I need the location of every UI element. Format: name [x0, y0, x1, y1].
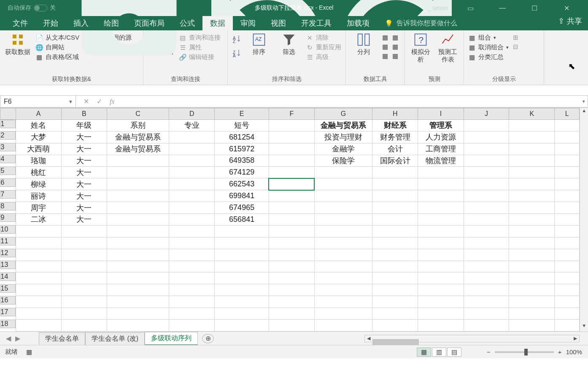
cell-H17[interactable]: [372, 308, 418, 320]
cell-G12[interactable]: [314, 249, 372, 261]
cell-L9[interactable]: [555, 213, 580, 225]
cell-H3[interactable]: 会计: [372, 143, 418, 155]
zoom-handle[interactable]: [524, 349, 528, 355]
cell-D2[interactable]: [169, 131, 215, 143]
cell-A5[interactable]: 桃红: [16, 167, 61, 178]
cell-H7[interactable]: [372, 190, 418, 202]
cell-H11[interactable]: [372, 237, 418, 249]
cell-I4[interactable]: 物流管理: [418, 155, 464, 167]
row-header-7[interactable]: 7: [0, 190, 16, 199]
col-header-B[interactable]: B: [61, 108, 107, 120]
scroll-up-icon[interactable]: ▲: [580, 108, 588, 116]
cell-I18[interactable]: [418, 320, 464, 331]
cell-H10[interactable]: [372, 225, 418, 237]
row-header-8[interactable]: 8: [0, 202, 16, 210]
cell-D14[interactable]: [169, 272, 215, 284]
cell-J7[interactable]: [464, 190, 509, 202]
cell-C3[interactable]: 金融与贸易系: [107, 143, 169, 155]
cell-I1[interactable]: 管理系: [418, 119, 464, 131]
col-header-J[interactable]: J: [464, 108, 509, 120]
new-sheet-button[interactable]: ⊕: [202, 334, 214, 343]
cell-B12[interactable]: [61, 249, 107, 261]
cell-H14[interactable]: [372, 272, 418, 284]
cell-F4[interactable]: [269, 155, 314, 167]
cell-L8[interactable]: [555, 202, 580, 214]
cell-A17[interactable]: [16, 308, 61, 320]
cell-C17[interactable]: [107, 308, 169, 320]
cell-B4[interactable]: 大一: [61, 155, 107, 167]
cell-D9[interactable]: [169, 213, 215, 225]
cell-I3[interactable]: 工商管理: [418, 143, 464, 155]
cell-I10[interactable]: [418, 225, 464, 237]
cell-G4[interactable]: 保险学: [314, 155, 372, 167]
cell-K3[interactable]: [509, 143, 555, 155]
col-header-F[interactable]: F: [269, 108, 314, 120]
cell-G7[interactable]: [314, 190, 372, 202]
close-icon[interactable]: ✕: [557, 4, 576, 12]
cell-I7[interactable]: [418, 190, 464, 202]
row-header-15[interactable]: 15: [0, 284, 16, 293]
cell-A7[interactable]: 丽诗: [16, 190, 61, 202]
cell-A4[interactable]: 珞珈: [16, 155, 61, 167]
cell-D11[interactable]: [169, 237, 215, 249]
cell-G14[interactable]: [314, 272, 372, 284]
cell-D8[interactable]: [169, 202, 215, 214]
cell-A8[interactable]: 周宇: [16, 202, 61, 214]
cell-H1[interactable]: 财经系: [372, 119, 418, 131]
cell-L10[interactable]: [555, 225, 580, 237]
cell-C13[interactable]: [107, 261, 169, 272]
cells-table[interactable]: ABCDEFGHIJKL1姓名年级系别专业短号金融与贸易系财经系管理系2大梦大一…: [0, 108, 580, 331]
tab-addins[interactable]: 加载项: [339, 16, 377, 30]
col-header-E[interactable]: E: [215, 108, 269, 120]
cell-K17[interactable]: [509, 308, 555, 320]
cell-H6[interactable]: [372, 178, 418, 190]
minimize-icon[interactable]: —: [493, 4, 512, 12]
col-header-G[interactable]: G: [314, 108, 372, 120]
cell-C9[interactable]: [107, 213, 169, 225]
cell-G17[interactable]: [314, 308, 372, 320]
cell-L7[interactable]: [555, 190, 580, 202]
cell-E5[interactable]: 674129: [215, 167, 269, 178]
cell-B5[interactable]: 大一: [61, 167, 107, 178]
ribbon-display-icon[interactable]: ▭: [461, 4, 480, 12]
row-header-5[interactable]: 5: [0, 167, 16, 175]
cell-E17[interactable]: [215, 308, 269, 320]
cell-A15[interactable]: [16, 284, 61, 296]
cell-G2[interactable]: 投资与理财: [314, 131, 372, 143]
cell-D15[interactable]: [169, 284, 215, 296]
cell-A13[interactable]: [16, 261, 61, 272]
cell-B1[interactable]: 年级: [61, 119, 107, 131]
cell-E2[interactable]: 681254: [215, 131, 269, 143]
cell-E11[interactable]: [215, 237, 269, 249]
sheet-tab-1[interactable]: 学生会名单: [39, 332, 85, 345]
macro-record-icon[interactable]: ▦: [26, 348, 32, 356]
cell-F11[interactable]: [269, 237, 314, 249]
cell-C7[interactable]: [107, 190, 169, 202]
cell-I5[interactable]: [418, 167, 464, 178]
cell-A2[interactable]: 大梦: [16, 131, 61, 143]
group-button[interactable]: ▦组合 ▾: [468, 34, 509, 42]
cell-B9[interactable]: 大一: [61, 213, 107, 225]
cell-F18[interactable]: [269, 320, 314, 331]
cell-K14[interactable]: [509, 272, 555, 284]
cell-J17[interactable]: [464, 308, 509, 320]
cell-I16[interactable]: [418, 296, 464, 308]
tab-home[interactable]: 开始: [35, 16, 66, 30]
cell-K2[interactable]: [509, 131, 555, 143]
row-header-4[interactable]: 4: [0, 155, 16, 163]
col-header-L[interactable]: L: [555, 108, 580, 120]
row-header-6[interactable]: 6: [0, 178, 16, 187]
row-header-2[interactable]: 2: [0, 131, 16, 140]
cell-I6[interactable]: [418, 178, 464, 190]
cell-F17[interactable]: [269, 308, 314, 320]
tab-developer[interactable]: 开发工具: [294, 16, 339, 30]
cell-D17[interactable]: [169, 308, 215, 320]
cell-I12[interactable]: [418, 249, 464, 261]
tab-formulas[interactable]: 公式: [172, 16, 202, 30]
cell-I14[interactable]: [418, 272, 464, 284]
autosave-switch-icon[interactable]: [34, 5, 47, 11]
ungroup-button[interactable]: ▦取消组合 ▾: [468, 43, 509, 51]
share-button[interactable]: ⇪ 共享: [558, 16, 582, 26]
normal-view-icon[interactable]: ▦: [417, 347, 431, 357]
cell-H5[interactable]: [372, 167, 418, 178]
